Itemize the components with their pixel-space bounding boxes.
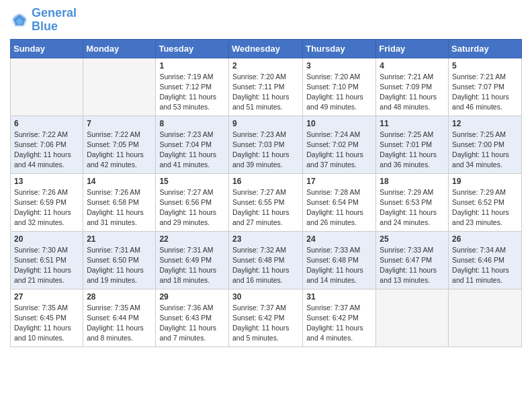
daylight-text: Daylight: 11 hours and 24 minutes. <box>380 208 437 226</box>
weekday-header-thursday: Thursday <box>303 39 376 58</box>
sunset-text: Sunset: 7:12 PM <box>159 83 212 91</box>
calendar-day-cell <box>376 289 449 347</box>
day-number: 10 <box>306 119 372 128</box>
sunset-text: Sunset: 7:07 PM <box>452 83 504 91</box>
sunrise-text: Sunrise: 7:22 AM <box>87 130 140 138</box>
calendar-day-cell: 8 Sunrise: 7:23 AM Sunset: 7:04 PM Dayli… <box>156 116 229 173</box>
logo-icon <box>10 12 29 28</box>
sunrise-text: Sunrise: 7:22 AM <box>14 130 68 138</box>
weekday-header-sunday: Sunday <box>11 39 83 58</box>
daylight-text: Daylight: 11 hours and 23 minutes. <box>452 208 509 226</box>
day-info: Sunrise: 7:21 AM Sunset: 7:09 PM Dayligh… <box>380 72 445 113</box>
calendar-day-cell: 7 Sunrise: 7:22 AM Sunset: 7:05 PM Dayli… <box>83 116 156 173</box>
sunset-text: Sunset: 6:42 PM <box>306 314 359 322</box>
day-number: 19 <box>452 177 518 186</box>
sunrise-text: Sunrise: 7:19 AM <box>159 73 213 81</box>
sunset-text: Sunset: 7:00 PM <box>452 140 504 148</box>
day-info: Sunrise: 7:26 AM Sunset: 6:58 PM Dayligh… <box>87 187 152 228</box>
sunset-text: Sunset: 7:11 PM <box>232 83 285 91</box>
calendar-day-cell: 22 Sunrise: 7:31 AM Sunset: 6:49 PM Dayl… <box>156 231 229 289</box>
sunset-text: Sunset: 7:09 PM <box>380 83 432 91</box>
day-info: Sunrise: 7:34 AM Sunset: 6:46 PM Dayligh… <box>452 245 518 286</box>
day-info: Sunrise: 7:20 AM Sunset: 7:10 PM Dayligh… <box>306 72 372 113</box>
calendar-week-row: 13 Sunrise: 7:26 AM Sunset: 6:59 PM Dayl… <box>11 173 522 231</box>
daylight-text: Daylight: 11 hours and 41 minutes. <box>159 150 216 169</box>
calendar-day-cell: 21 Sunrise: 7:31 AM Sunset: 6:50 PM Dayl… <box>83 231 156 289</box>
sunset-text: Sunset: 6:55 PM <box>232 198 285 206</box>
day-info: Sunrise: 7:25 AM Sunset: 7:00 PM Dayligh… <box>452 130 518 171</box>
calendar-day-cell: 2 Sunrise: 7:20 AM Sunset: 7:11 PM Dayli… <box>228 58 302 116</box>
sunset-text: Sunset: 7:02 PM <box>306 140 359 148</box>
calendar-day-cell <box>11 58 83 116</box>
sunset-text: Sunset: 6:45 PM <box>14 314 66 322</box>
day-number: 22 <box>159 234 225 244</box>
sunset-text: Sunset: 6:50 PM <box>87 256 139 264</box>
day-info: Sunrise: 7:25 AM Sunset: 7:01 PM Dayligh… <box>380 130 445 171</box>
calendar-day-cell: 20 Sunrise: 7:30 AM Sunset: 6:51 PM Dayl… <box>11 231 83 289</box>
sunset-text: Sunset: 6:52 PM <box>452 198 504 206</box>
calendar-day-cell: 17 Sunrise: 7:28 AM Sunset: 6:54 PM Dayl… <box>303 173 376 231</box>
calendar-day-cell: 6 Sunrise: 7:22 AM Sunset: 7:06 PM Dayli… <box>11 116 83 173</box>
weekday-header-wednesday: Wednesday <box>228 39 302 58</box>
daylight-text: Daylight: 11 hours and 46 minutes. <box>452 93 509 111</box>
daylight-text: Daylight: 11 hours and 48 minutes. <box>380 93 437 111</box>
day-number: 25 <box>380 234 445 244</box>
daylight-text: Daylight: 11 hours and 44 minutes. <box>14 150 71 169</box>
daylight-text: Daylight: 11 hours and 16 minutes. <box>232 266 290 284</box>
day-number: 3 <box>306 61 372 71</box>
day-number: 9 <box>232 119 299 128</box>
sunset-text: Sunset: 6:56 PM <box>159 198 212 206</box>
sunrise-text: Sunrise: 7:29 AM <box>380 188 433 196</box>
sunrise-text: Sunrise: 7:20 AM <box>306 73 360 81</box>
calendar-day-cell <box>83 58 156 116</box>
day-number: 17 <box>306 177 372 186</box>
daylight-text: Daylight: 11 hours and 42 minutes. <box>87 150 144 169</box>
sunset-text: Sunset: 6:48 PM <box>306 256 359 264</box>
day-info: Sunrise: 7:29 AM Sunset: 6:52 PM Dayligh… <box>452 187 518 228</box>
day-number: 8 <box>159 119 225 128</box>
day-number: 27 <box>14 292 79 302</box>
calendar-day-cell: 11 Sunrise: 7:25 AM Sunset: 7:01 PM Dayl… <box>376 116 449 173</box>
sunrise-text: Sunrise: 7:33 AM <box>380 246 433 254</box>
calendar-day-cell: 14 Sunrise: 7:26 AM Sunset: 6:58 PM Dayl… <box>83 173 156 231</box>
calendar-day-cell: 19 Sunrise: 7:29 AM Sunset: 6:52 PM Dayl… <box>449 173 522 231</box>
sunset-text: Sunset: 6:54 PM <box>306 198 359 206</box>
sunrise-text: Sunrise: 7:31 AM <box>159 246 213 254</box>
day-number: 6 <box>14 119 79 128</box>
daylight-text: Daylight: 11 hours and 36 minutes. <box>380 150 437 169</box>
daylight-text: Daylight: 11 hours and 26 minutes. <box>306 208 363 226</box>
daylight-text: Daylight: 11 hours and 31 minutes. <box>87 208 144 226</box>
sunset-text: Sunset: 6:58 PM <box>87 198 139 206</box>
sunset-text: Sunset: 7:01 PM <box>380 140 432 148</box>
logo: General Blue <box>10 7 77 34</box>
sunrise-text: Sunrise: 7:26 AM <box>87 188 140 196</box>
calendar-day-cell: 29 Sunrise: 7:36 AM Sunset: 6:43 PM Dayl… <box>156 289 229 347</box>
day-number: 12 <box>452 119 518 128</box>
sunrise-text: Sunrise: 7:21 AM <box>380 73 433 81</box>
day-number: 16 <box>232 177 299 186</box>
daylight-text: Daylight: 11 hours and 34 minutes. <box>452 150 509 169</box>
sunset-text: Sunset: 6:47 PM <box>380 256 432 264</box>
day-info: Sunrise: 7:29 AM Sunset: 6:53 PM Dayligh… <box>380 187 445 228</box>
calendar-page: General Blue SundayMondayTuesdayWednesda… <box>0 0 532 357</box>
weekday-header-row: SundayMondayTuesdayWednesdayThursdayFrid… <box>11 39 522 58</box>
sunrise-text: Sunrise: 7:31 AM <box>87 246 140 254</box>
day-number: 29 <box>159 292 225 302</box>
sunrise-text: Sunrise: 7:32 AM <box>232 246 286 254</box>
daylight-text: Daylight: 11 hours and 7 minutes. <box>159 324 216 342</box>
day-number: 1 <box>159 61 225 71</box>
calendar-day-cell: 27 Sunrise: 7:35 AM Sunset: 6:45 PM Dayl… <box>11 289 83 347</box>
daylight-text: Daylight: 11 hours and 49 minutes. <box>306 93 363 111</box>
day-info: Sunrise: 7:21 AM Sunset: 7:07 PM Dayligh… <box>452 72 518 113</box>
sunset-text: Sunset: 7:05 PM <box>87 140 139 148</box>
day-number: 20 <box>14 234 79 244</box>
day-info: Sunrise: 7:31 AM Sunset: 6:49 PM Dayligh… <box>159 245 225 286</box>
day-info: Sunrise: 7:27 AM Sunset: 6:56 PM Dayligh… <box>159 187 225 228</box>
calendar-week-row: 6 Sunrise: 7:22 AM Sunset: 7:06 PM Dayli… <box>11 116 522 173</box>
daylight-text: Daylight: 11 hours and 8 minutes. <box>87 324 144 342</box>
calendar-day-cell: 25 Sunrise: 7:33 AM Sunset: 6:47 PM Dayl… <box>376 231 449 289</box>
daylight-text: Daylight: 11 hours and 5 minutes. <box>232 324 290 342</box>
calendar-day-cell: 30 Sunrise: 7:37 AM Sunset: 6:42 PM Dayl… <box>228 289 302 347</box>
weekday-header-saturday: Saturday <box>449 39 522 58</box>
sunrise-text: Sunrise: 7:28 AM <box>306 188 360 196</box>
